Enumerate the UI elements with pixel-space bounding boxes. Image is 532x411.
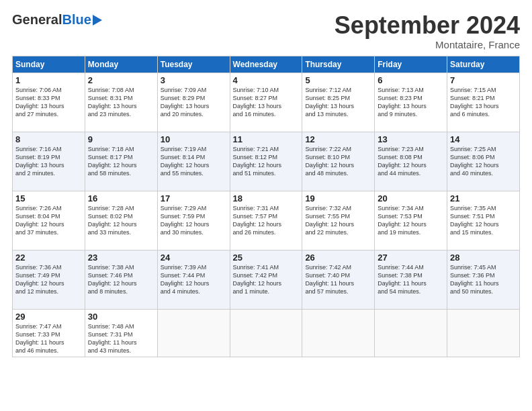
calendar-cell: 15Sunrise: 7:26 AM Sunset: 8:04 PM Dayli… (13, 191, 85, 250)
page: GeneralBlue September 2024 Montataire, F… (0, 0, 532, 411)
day-number: 2 (88, 75, 154, 85)
day-number: 24 (161, 253, 227, 263)
calendar-cell: 8Sunrise: 7:16 AM Sunset: 8:19 PM Daylig… (13, 132, 85, 191)
calendar-cell: 30Sunrise: 7:48 AM Sunset: 7:31 PM Dayli… (85, 309, 157, 357)
logo-general: General (12, 12, 62, 28)
day-number: 14 (450, 134, 517, 144)
calendar-cell: 3Sunrise: 7:09 AM Sunset: 8:29 PM Daylig… (157, 73, 230, 132)
day-number: 19 (305, 193, 371, 203)
day-number: 21 (450, 193, 517, 203)
cell-details: Sunrise: 7:26 AM Sunset: 8:04 PM Dayligh… (15, 204, 82, 237)
day-number: 30 (88, 312, 154, 322)
cell-details: Sunrise: 7:06 AM Sunset: 8:33 PM Dayligh… (15, 86, 82, 119)
calendar-week-2: 8Sunrise: 7:16 AM Sunset: 8:19 PM Daylig… (13, 132, 520, 191)
day-number: 4 (233, 75, 300, 85)
calendar-cell: 21Sunrise: 7:35 AM Sunset: 7:51 PM Dayli… (447, 191, 520, 250)
calendar-cell: 25Sunrise: 7:41 AM Sunset: 7:42 PM Dayli… (230, 250, 302, 309)
day-number: 11 (233, 134, 300, 144)
cell-details: Sunrise: 7:44 AM Sunset: 7:38 PM Dayligh… (378, 263, 444, 296)
calendar-cell: 28Sunrise: 7:45 AM Sunset: 7:36 PM Dayli… (447, 250, 520, 309)
calendar-cell (157, 309, 230, 357)
calendar-cell: 4Sunrise: 7:10 AM Sunset: 8:27 PM Daylig… (230, 73, 302, 132)
calendar-week-4: 22Sunrise: 7:36 AM Sunset: 7:49 PM Dayli… (13, 250, 520, 309)
calendar-cell: 19Sunrise: 7:32 AM Sunset: 7:55 PM Dayli… (302, 191, 375, 250)
calendar-cell: 23Sunrise: 7:38 AM Sunset: 7:46 PM Dayli… (85, 250, 157, 309)
day-number: 5 (305, 75, 371, 85)
cell-details: Sunrise: 7:10 AM Sunset: 8:27 PM Dayligh… (233, 86, 300, 119)
day-number: 27 (378, 253, 444, 263)
calendar-week-1: 1Sunrise: 7:06 AM Sunset: 8:33 PM Daylig… (13, 73, 520, 132)
cell-details: Sunrise: 7:12 AM Sunset: 8:25 PM Dayligh… (305, 86, 371, 119)
day-number: 10 (161, 134, 227, 144)
cell-details: Sunrise: 7:42 AM Sunset: 7:40 PM Dayligh… (305, 263, 371, 296)
day-number: 20 (378, 193, 444, 203)
day-number: 8 (15, 134, 82, 144)
calendar-cell (375, 309, 447, 357)
calendar-cell: 14Sunrise: 7:25 AM Sunset: 8:06 PM Dayli… (447, 132, 520, 191)
cell-details: Sunrise: 7:32 AM Sunset: 7:55 PM Dayligh… (305, 204, 371, 237)
day-number: 25 (233, 253, 300, 263)
cell-details: Sunrise: 7:23 AM Sunset: 8:08 PM Dayligh… (378, 145, 444, 178)
cell-details: Sunrise: 7:39 AM Sunset: 7:44 PM Dayligh… (161, 263, 227, 296)
logo: GeneralBlue (12, 12, 102, 28)
day-number: 1 (15, 75, 82, 85)
calendar-cell: 10Sunrise: 7:19 AM Sunset: 8:14 PM Dayli… (157, 132, 230, 191)
day-number: 26 (305, 253, 371, 263)
cell-details: Sunrise: 7:16 AM Sunset: 8:19 PM Dayligh… (15, 145, 82, 178)
day-number: 18 (233, 193, 300, 203)
cell-details: Sunrise: 7:35 AM Sunset: 7:51 PM Dayligh… (450, 204, 517, 237)
calendar-cell (302, 309, 375, 357)
day-number: 3 (161, 75, 227, 85)
cell-details: Sunrise: 7:09 AM Sunset: 8:29 PM Dayligh… (161, 86, 227, 119)
title-block: September 2024 Montataire, France (335, 12, 520, 50)
header: GeneralBlue September 2024 Montataire, F… (12, 12, 520, 50)
calendar-cell: 22Sunrise: 7:36 AM Sunset: 7:49 PM Dayli… (13, 250, 85, 309)
calendar-cell: 6Sunrise: 7:13 AM Sunset: 8:23 PM Daylig… (375, 73, 447, 132)
calendar-cell: 17Sunrise: 7:29 AM Sunset: 7:59 PM Dayli… (157, 191, 230, 250)
day-header-tuesday: Tuesday (157, 56, 230, 73)
calendar-cell: 1Sunrise: 7:06 AM Sunset: 8:33 PM Daylig… (13, 73, 85, 132)
calendar-cell: 12Sunrise: 7:22 AM Sunset: 8:10 PM Dayli… (302, 132, 375, 191)
day-header-thursday: Thursday (302, 56, 375, 73)
cell-details: Sunrise: 7:34 AM Sunset: 7:53 PM Dayligh… (378, 204, 444, 237)
calendar-cell: 9Sunrise: 7:18 AM Sunset: 8:17 PM Daylig… (85, 132, 157, 191)
cell-details: Sunrise: 7:13 AM Sunset: 8:23 PM Dayligh… (378, 86, 444, 119)
cell-details: Sunrise: 7:08 AM Sunset: 8:31 PM Dayligh… (88, 86, 154, 119)
calendar-cell: 7Sunrise: 7:15 AM Sunset: 8:21 PM Daylig… (447, 73, 520, 132)
cell-details: Sunrise: 7:38 AM Sunset: 7:46 PM Dayligh… (88, 263, 154, 296)
cell-details: Sunrise: 7:29 AM Sunset: 7:59 PM Dayligh… (161, 204, 227, 237)
calendar-cell (230, 309, 302, 357)
day-number: 7 (450, 75, 517, 85)
cell-details: Sunrise: 7:31 AM Sunset: 7:57 PM Dayligh… (233, 204, 300, 237)
calendar-cell: 11Sunrise: 7:21 AM Sunset: 8:12 PM Dayli… (230, 132, 302, 191)
calendar-week-5: 29Sunrise: 7:47 AM Sunset: 7:33 PM Dayli… (13, 309, 520, 357)
calendar-cell: 24Sunrise: 7:39 AM Sunset: 7:44 PM Dayli… (157, 250, 230, 309)
cell-details: Sunrise: 7:25 AM Sunset: 8:06 PM Dayligh… (450, 145, 517, 178)
calendar-cell: 29Sunrise: 7:47 AM Sunset: 7:33 PM Dayli… (13, 309, 85, 357)
cell-details: Sunrise: 7:48 AM Sunset: 7:31 PM Dayligh… (88, 322, 154, 355)
calendar-cell: 5Sunrise: 7:12 AM Sunset: 8:25 PM Daylig… (302, 73, 375, 132)
logo-blue: Blue (62, 12, 91, 28)
calendar-week-3: 15Sunrise: 7:26 AM Sunset: 8:04 PM Dayli… (13, 191, 520, 250)
cell-details: Sunrise: 7:28 AM Sunset: 8:02 PM Dayligh… (88, 204, 154, 237)
calendar-cell: 16Sunrise: 7:28 AM Sunset: 8:02 PM Dayli… (85, 191, 157, 250)
cell-details: Sunrise: 7:36 AM Sunset: 7:49 PM Dayligh… (15, 263, 82, 296)
calendar-cell: 27Sunrise: 7:44 AM Sunset: 7:38 PM Dayli… (375, 250, 447, 309)
day-number: 15 (15, 193, 82, 203)
day-number: 6 (378, 75, 444, 85)
day-header-sunday: Sunday (13, 56, 85, 73)
day-header-wednesday: Wednesday (230, 56, 302, 73)
calendar-cell: 2Sunrise: 7:08 AM Sunset: 8:31 PM Daylig… (85, 73, 157, 132)
month-title: September 2024 (335, 12, 520, 39)
calendar-cell: 13Sunrise: 7:23 AM Sunset: 8:08 PM Dayli… (375, 132, 447, 191)
cell-details: Sunrise: 7:19 AM Sunset: 8:14 PM Dayligh… (161, 145, 227, 178)
day-number: 9 (88, 134, 154, 144)
calendar-cell (447, 309, 520, 357)
cell-details: Sunrise: 7:22 AM Sunset: 8:10 PM Dayligh… (305, 145, 371, 178)
day-number: 16 (88, 193, 154, 203)
day-number: 28 (450, 253, 517, 263)
day-header-monday: Monday (85, 56, 157, 73)
logo-text: GeneralBlue (12, 12, 102, 28)
day-number: 17 (161, 193, 227, 203)
calendar-table: SundayMondayTuesdayWednesdayThursdayFrid… (12, 56, 520, 358)
